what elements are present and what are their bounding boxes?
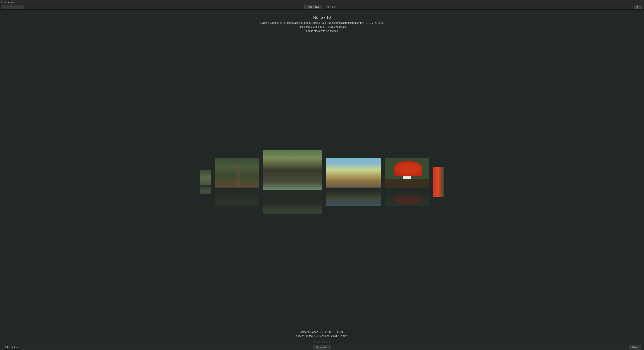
image-path: E:/HDR/Material_IAS/FocusStacking/Eigene… — [260, 21, 384, 24]
thumbnail-5-partial[interactable] — [433, 167, 444, 197]
scroll-dot-2 — [316, 342, 317, 343]
scroll-dot-6 — [322, 342, 323, 343]
tab-bar: Images (10) Projects (2) ⊞ All — [0, 4, 644, 9]
scroll-dot-7 — [324, 342, 325, 343]
filter-icon: ⊞ — [632, 5, 633, 8]
scroll-dot-4 — [319, 342, 320, 343]
thumbnail-4[interactable] — [385, 158, 429, 206]
presentation-button[interactable]: Presentation — [312, 345, 331, 350]
scroll-dot-1 — [314, 342, 315, 343]
search-input[interactable] — [2, 5, 24, 8]
title-bar: History viewer ✕ — [0, 0, 644, 4]
bottom-center: Presentation — [312, 345, 331, 350]
bottom-right: Close — [629, 345, 641, 350]
scroll-dot-10 — [329, 342, 330, 343]
close-button[interactable]: Close — [629, 345, 641, 350]
image-number: No. 5 / 10 — [260, 15, 384, 20]
title-bar-label: History viewer — [1, 1, 14, 3]
thumbnails-row — [198, 150, 446, 214]
scroll-indicator — [314, 341, 330, 343]
close-window-button[interactable]: ✕ — [640, 0, 643, 3]
image-resolution: Resolution: 2903 x 1939 - 5.63 Megapixel… — [260, 25, 384, 28]
scroll-dot-8 — [326, 342, 326, 343]
image-stack: Focus stack with 12 images — [260, 29, 384, 32]
filter-select[interactable]: All — [634, 5, 642, 9]
bottom-bar: Delete history Presentation Close — [0, 344, 644, 350]
tab-right-controls: ⊞ All — [632, 5, 642, 9]
info-block: No. 5 / 10 E:/HDR/Material_IAS/FocusStac… — [260, 15, 384, 32]
bottom-left: Delete history — [3, 345, 20, 349]
camera-info: Camera: Canon EOS 1100D - ISO 100 — [296, 331, 348, 334]
scroll-dot-9 — [327, 342, 328, 343]
thumbnail-2-active[interactable] — [263, 150, 322, 214]
thumbnail-3[interactable] — [326, 158, 381, 206]
main-content: No. 5 / 10 E:/HDR/Material_IAS/FocusStac… — [0, 9, 644, 344]
bottom-info: Camera: Canon EOS 1100D - ISO 100 Added:… — [296, 331, 348, 341]
scroll-dot-3 — [318, 342, 318, 343]
delete-history-button[interactable]: Delete history — [3, 345, 20, 349]
gallery-area — [0, 33, 644, 331]
thumbnail-0[interactable] — [200, 170, 211, 194]
thumbnail-1[interactable] — [215, 158, 259, 206]
tab-projects[interactable]: Projects (2) — [322, 5, 340, 9]
scroll-dot-5 — [321, 342, 322, 343]
tab-images[interactable]: Images (10) — [304, 5, 322, 9]
added-info: Added: Freitag, 15. Dezember 2023, 15:39… — [296, 335, 348, 338]
